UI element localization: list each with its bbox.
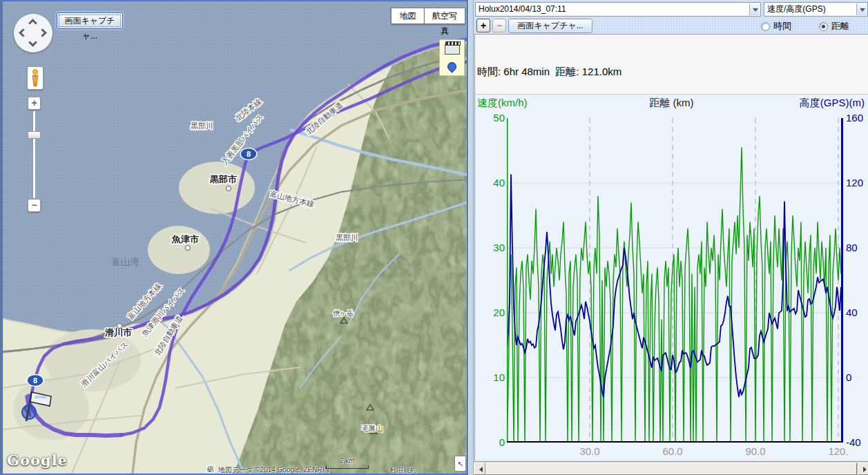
map-attribution: 地図データ ©2014 Google, ZENRIN xyxy=(218,465,329,475)
plot-area[interactable]: 50403020100 16012080400-40 30.060.090.01… xyxy=(507,118,843,443)
svg-text:魚津市: 魚津市 xyxy=(171,234,199,244)
y-right-axis-title: 高度(GPS)(m) xyxy=(800,97,865,110)
svg-text:黒部川: 黒部川 xyxy=(336,233,358,242)
svg-text:富山湾: 富山湾 xyxy=(112,257,139,267)
track-statistics: 時間: 6hr 48min 距離: 121.0km 走行時間: 4hr 56mi… xyxy=(475,35,868,95)
svg-text:砺: 砺 xyxy=(206,465,214,473)
map-panel[interactable]: 8 8 黒部川 北陸本線 入善黒 xyxy=(1,0,468,475)
panel-splitter[interactable] xyxy=(468,0,474,475)
street-view-pegman[interactable] xyxy=(27,66,44,90)
svg-text:滑川市: 滑川市 xyxy=(104,327,132,338)
movie-icon[interactable] xyxy=(445,44,460,55)
stat-line-time-distance: 時間: 6hr 48min 距離: 121.0km xyxy=(477,64,868,79)
graph-mode-select[interactable]: 速度/高度(GPS) xyxy=(764,2,868,17)
map-capture-button[interactable]: 画面キャプチャ... xyxy=(57,12,123,29)
svg-text:8: 8 xyxy=(33,376,37,385)
track-select-value: Holux2014/04/13_07:11 xyxy=(479,4,566,14)
data-area: 時間: 6hr 48min 距離: 121.0km 走行時間: 4hr 56mi… xyxy=(474,34,868,461)
pegman-icon xyxy=(30,69,40,87)
pan-right-icon[interactable] xyxy=(38,28,47,37)
scale-label: 2 km xyxy=(340,457,355,465)
chart-panel: Holux2014/04/13_07:11 速度/高度(GPS) + − 画面キ… xyxy=(474,0,868,475)
scale-bar xyxy=(326,465,369,469)
map-resize-corner[interactable]: ↖ xyxy=(454,456,466,472)
svg-text:黒部川: 黒部川 xyxy=(191,122,213,130)
graph-zoom-in-button[interactable]: + xyxy=(476,19,490,32)
radio-time-label: 時間 xyxy=(773,20,791,32)
map-zoom-handle[interactable] xyxy=(28,131,41,139)
svg-text:毛勝山: 毛勝山 xyxy=(362,425,383,432)
graph-zoom-out-button[interactable]: − xyxy=(492,19,506,32)
map-zoom-out-button[interactable]: − xyxy=(28,199,41,212)
speed-altitude-chart xyxy=(507,118,843,443)
map-canvas[interactable]: 8 8 黒部川 北陸本線 入善黒 xyxy=(3,1,467,474)
chevron-down-icon[interactable] xyxy=(749,3,760,15)
pan-up-icon[interactable] xyxy=(28,19,37,28)
media-panel xyxy=(439,39,465,76)
y-left-axis-title: 速度(km/h) xyxy=(477,97,528,110)
graph-mode-value: 速度/高度(GPS) xyxy=(767,4,826,14)
radio-time-circle[interactable] xyxy=(761,22,770,31)
x-axis-title: 距離 (km) xyxy=(649,97,693,110)
scrollbar-thumb[interactable] xyxy=(485,463,857,475)
map-type-map-button[interactable]: 地図 xyxy=(391,8,424,24)
map-zoom-track[interactable] xyxy=(32,110,36,199)
panel-capture-button[interactable]: 画面キャプチャ... xyxy=(508,19,592,33)
arrow-left-icon xyxy=(476,467,483,472)
map-scale: 2 km xyxy=(326,457,369,469)
arrow-right-icon xyxy=(863,467,868,472)
scroll-right-button[interactable] xyxy=(858,463,868,475)
radio-distance[interactable]: 距離 xyxy=(819,20,849,33)
route-badge-8-north: 8 xyxy=(240,148,257,160)
speed-series-line xyxy=(507,147,841,443)
radio-distance-circle[interactable] xyxy=(819,22,828,31)
radio-distance-label: 距離 xyxy=(831,20,849,32)
radio-time[interactable]: 時間 xyxy=(761,20,791,33)
horizontal-scrollbar[interactable] xyxy=(474,461,868,475)
svg-text:8: 8 xyxy=(247,150,251,158)
pan-down-icon[interactable] xyxy=(28,38,37,47)
chevron-down-icon[interactable] xyxy=(856,3,867,15)
svg-text:僧ヶ岳: 僧ヶ岳 xyxy=(333,309,354,317)
gps-track-viewer-window: 8 8 黒部川 北陸本線 入善黒 xyxy=(0,0,868,475)
map-type-aerial-button[interactable]: 航空写真 xyxy=(424,8,465,24)
chart-zone: 速度(km/h) 距離 (km) 高度(GPS)(m) 50403020100 … xyxy=(475,95,868,461)
pan-left-icon[interactable] xyxy=(19,28,28,37)
svg-text:黒部市: 黒部市 xyxy=(209,174,237,184)
map-pan-control[interactable] xyxy=(14,14,52,52)
terms-of-use-link[interactable]: 利用規約 xyxy=(389,465,417,475)
scroll-left-button[interactable] xyxy=(474,463,485,475)
map-pin-icon[interactable] xyxy=(445,61,458,73)
map-zoom-in-button[interactable]: + xyxy=(28,97,41,110)
track-select[interactable]: Holux2014/04/13_07:11 xyxy=(475,2,761,17)
route-badge-8-south: 8 xyxy=(27,375,44,387)
google-logo: Google xyxy=(7,452,68,469)
